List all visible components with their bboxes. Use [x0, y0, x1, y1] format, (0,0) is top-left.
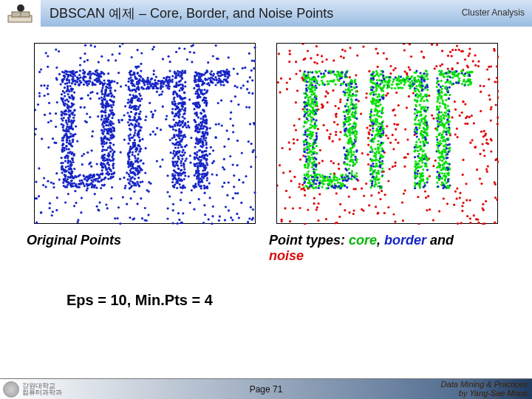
svg-point-3824: [370, 165, 372, 167]
svg-point-1661: [169, 70, 171, 72]
svg-point-360: [113, 81, 115, 83]
svg-point-3358: [345, 71, 347, 73]
svg-point-2664: [438, 179, 440, 181]
svg-point-953: [120, 86, 122, 88]
svg-point-2072: [249, 76, 251, 78]
svg-point-2146: [49, 112, 51, 115]
svg-point-3393: [440, 98, 443, 100]
svg-point-3617: [426, 181, 429, 183]
svg-point-2015: [130, 161, 132, 163]
svg-point-2154: [133, 191, 135, 193]
svg-point-983: [250, 206, 252, 208]
svg-point-166: [131, 56, 133, 58]
svg-point-4119: [443, 173, 446, 175]
svg-point-1835: [83, 174, 85, 177]
svg-point-3237: [446, 127, 448, 129]
svg-point-2049: [240, 202, 242, 204]
svg-point-789: [155, 76, 157, 78]
svg-point-4223: [329, 176, 331, 178]
svg-point-3968: [352, 213, 355, 215]
svg-point-4239: [348, 138, 350, 140]
svg-point-1752: [129, 129, 132, 131]
svg-point-2195: [107, 93, 109, 95]
footer-credits: Data Mining & Practices by Yang-Sae Moon: [441, 380, 528, 398]
svg-point-3925: [437, 120, 439, 122]
svg-point-4371: [436, 126, 438, 129]
svg-point-3562: [375, 86, 377, 89]
svg-point-4334: [426, 168, 429, 171]
svg-point-1200: [108, 166, 110, 168]
svg-point-1454: [62, 168, 64, 171]
svg-point-2956: [332, 59, 335, 61]
svg-point-3804: [419, 72, 421, 74]
svg-point-923: [67, 160, 69, 163]
svg-point-3305: [400, 82, 402, 84]
svg-point-4257: [324, 175, 326, 177]
svg-point-3936: [479, 85, 481, 87]
svg-point-41: [73, 114, 75, 116]
svg-point-3580: [417, 75, 419, 77]
svg-point-2797: [488, 95, 490, 97]
svg-point-2051: [175, 72, 177, 74]
svg-point-1758: [228, 73, 230, 75]
svg-point-1080: [183, 178, 185, 180]
svg-point-2203: [61, 166, 63, 168]
svg-point-4350: [417, 150, 419, 152]
svg-point-4370: [424, 132, 426, 134]
svg-point-2772: [345, 174, 347, 176]
svg-point-4008: [314, 89, 316, 91]
svg-point-1732: [52, 137, 54, 140]
svg-point-473: [55, 77, 58, 79]
svg-point-222: [175, 138, 177, 140]
svg-point-1413: [81, 180, 83, 182]
svg-point-1363: [184, 107, 186, 109]
svg-point-1525: [94, 46, 96, 48]
svg-point-1221: [154, 109, 156, 112]
svg-point-1949: [88, 177, 90, 180]
svg-point-4246: [446, 118, 449, 120]
svg-point-1760: [61, 150, 64, 152]
dbscan-params: Eps = 10, Min.Pts = 4: [66, 292, 510, 309]
svg-point-4347: [370, 78, 372, 80]
svg-point-432: [126, 171, 128, 174]
svg-point-733: [172, 152, 174, 154]
svg-point-4193: [466, 199, 468, 201]
svg-point-3324: [473, 214, 475, 216]
svg-point-1634: [222, 185, 224, 188]
svg-point-3561: [316, 80, 318, 82]
svg-point-3100: [494, 183, 497, 185]
svg-point-1261: [185, 157, 188, 160]
svg-point-3849: [336, 222, 338, 224]
svg-point-2871: [383, 52, 385, 54]
svg-point-2724: [334, 105, 336, 107]
svg-point-4145: [318, 182, 320, 184]
svg-point-3188: [279, 164, 281, 166]
svg-point-2175: [75, 80, 77, 82]
svg-point-3239: [349, 164, 351, 166]
svg-point-401: [201, 83, 203, 86]
svg-point-1522: [97, 180, 99, 183]
svg-point-3315: [446, 75, 449, 78]
svg-point-3157: [457, 62, 459, 64]
svg-point-2373: [407, 80, 409, 82]
svg-point-4231: [351, 132, 353, 134]
svg-point-1152: [52, 211, 54, 213]
svg-point-264: [61, 81, 64, 83]
svg-point-4343: [304, 179, 306, 181]
svg-point-2259: [338, 216, 341, 218]
svg-point-251: [83, 185, 86, 187]
svg-point-348: [137, 153, 140, 155]
svg-point-2127: [173, 135, 175, 137]
svg-point-1856: [138, 98, 140, 100]
svg-point-1164: [72, 161, 75, 163]
svg-point-902: [171, 181, 174, 183]
svg-point-1153: [214, 136, 216, 138]
svg-point-4200: [482, 135, 485, 137]
svg-point-2346: [459, 192, 461, 194]
svg-point-1850: [72, 134, 74, 136]
svg-point-317: [152, 131, 154, 133]
svg-point-4000: [482, 85, 485, 87]
page-number: Page 71: [250, 384, 283, 395]
svg-point-4345: [446, 157, 449, 159]
svg-point-1254: [166, 191, 168, 193]
